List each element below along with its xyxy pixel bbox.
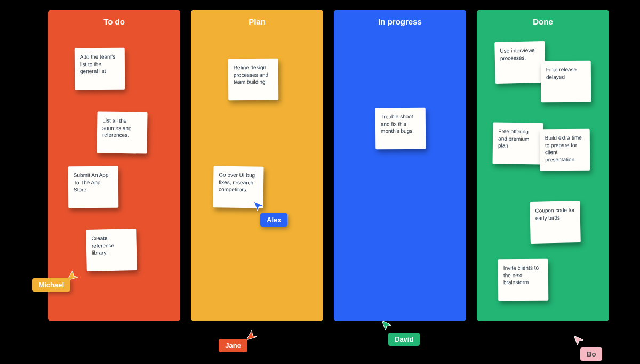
column-done[interactable]: Done Use interviews processes. Final rel… (477, 10, 609, 321)
sticky-text: Add the team's list to the general list (80, 54, 115, 74)
sticky-text: Trouble shoot and fix this month's bugs. (381, 114, 414, 134)
sticky-card[interactable]: Free offering and premium plan (492, 122, 543, 164)
sticky-card[interactable]: Refine design processes and team buildin… (228, 59, 279, 101)
sticky-card[interactable]: Build extra time to prepare for client p… (540, 129, 590, 171)
column-title: In progress (334, 10, 466, 26)
column-todo[interactable]: To do Add the team's list to the general… (48, 10, 180, 321)
collaborator-cursor-bo: Bo (573, 335, 602, 361)
column-title: Plan (191, 10, 323, 26)
cursor-pointer-icon (245, 329, 257, 341)
sticky-card[interactable]: Trouble shoot and fix this month's bugs. (375, 108, 426, 150)
sticky-card[interactable]: Final release delayed (541, 61, 591, 103)
sticky-text: Free offering and premium plan (498, 128, 530, 148)
sticky-text: Final release delayed (546, 67, 577, 80)
sticky-text: Refine design processes and team buildin… (234, 64, 268, 85)
sticky-text: Submit An App To The App Store (74, 172, 109, 192)
collaborator-label: Jane (219, 339, 247, 352)
collaborator-cursor-jane: Jane (245, 329, 257, 341)
column-plan[interactable]: Plan Refine design processes and team bu… (191, 10, 323, 321)
sticky-card[interactable]: List all the sources and references. (97, 111, 147, 153)
collaborator-cursor-david: David (381, 320, 420, 346)
sticky-text: Go over UI bug fixes, research competito… (219, 172, 255, 192)
cursor-pointer-icon (573, 335, 602, 346)
sticky-card[interactable]: Invite clients to the next brainstorm (498, 259, 549, 301)
sticky-card[interactable]: Add the team's list to the general list (75, 48, 125, 90)
sticky-card[interactable]: Go over UI bug fixes, research competito… (213, 166, 263, 208)
sticky-card[interactable]: Create reference library. (86, 229, 137, 271)
sticky-text: Coupon code for early birds (535, 207, 574, 221)
collaborator-label: Bo (580, 347, 602, 361)
sticky-text: Invite clients to the next brainstorm (503, 265, 539, 285)
sticky-text: Use interviews processes. (500, 47, 534, 61)
column-in-progress[interactable]: In progress Trouble shoot and fix this m… (334, 10, 466, 321)
column-title: Done (477, 10, 609, 26)
collaborator-label: David (388, 333, 420, 346)
sticky-text: Create reference library. (91, 235, 114, 256)
sticky-card[interactable]: Use interviews processes. (494, 41, 546, 84)
sticky-text: List all the sources and references. (102, 117, 132, 138)
kanban-board[interactable]: To do Add the team's list to the general… (0, 0, 640, 364)
sticky-text: Build extra time to prepare for client p… (545, 135, 582, 163)
cursor-pointer-icon (381, 320, 420, 331)
sticky-card[interactable]: Submit An App To The App Store (68, 166, 119, 208)
column-title: To do (48, 10, 180, 26)
sticky-card[interactable]: Coupon code for early birds (530, 201, 581, 244)
